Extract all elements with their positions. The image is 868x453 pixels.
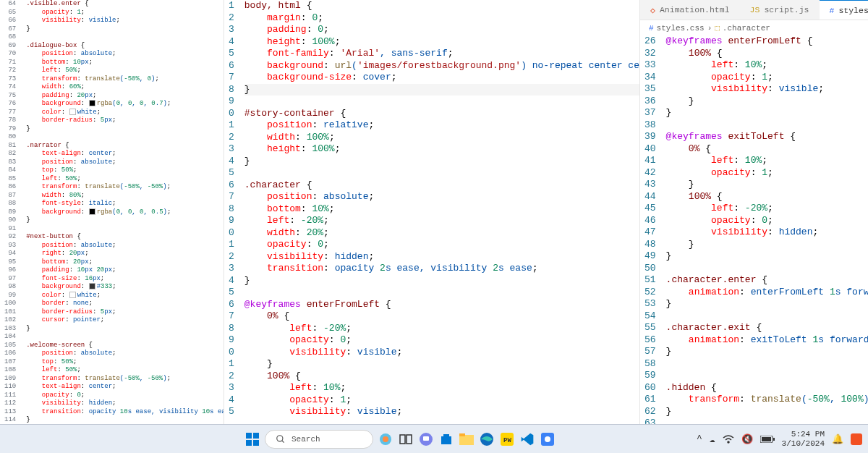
svg-rect-15 xyxy=(459,433,465,436)
svg-rect-23 xyxy=(773,438,775,441)
notifications-icon[interactable]: 🔔 xyxy=(832,433,843,445)
tab-styles-css[interactable]: # styles.css × xyxy=(820,0,869,20)
breadcrumb-symbol: .character xyxy=(723,24,770,33)
svg-point-7 xyxy=(383,436,388,442)
chat-icon[interactable] xyxy=(418,431,434,447)
volume-icon[interactable]: 🔇 xyxy=(741,433,753,445)
tab-label: Animation.html xyxy=(660,5,730,14)
svg-rect-14 xyxy=(459,435,474,445)
editor-pane-right[interactable]: ◇ Animation.html JS script.js # styles.c… xyxy=(640,0,868,424)
edge-icon[interactable] xyxy=(479,431,495,447)
line-gutter: 6465666768697071727374757677787980818283… xyxy=(0,0,26,424)
app-icon[interactable]: PW xyxy=(499,431,515,447)
css-file-icon: # xyxy=(830,6,835,15)
copilot-preview-icon[interactable] xyxy=(851,433,862,445)
taskbar-date: 3/10/2024 xyxy=(782,439,825,449)
app-icon-2[interactable] xyxy=(540,431,556,447)
svg-point-21 xyxy=(728,441,729,443)
tray-chevron-icon[interactable]: ^ xyxy=(697,433,702,444)
battery-icon[interactable] xyxy=(760,436,775,443)
copilot-icon[interactable] xyxy=(378,431,393,447)
css-file-icon: # xyxy=(649,24,654,33)
symbol-icon: ⬚ xyxy=(715,23,720,33)
svg-rect-2 xyxy=(246,440,252,446)
svg-point-20 xyxy=(545,436,550,442)
breadcrumb[interactable]: # styles.css › ⬚ .character xyxy=(640,20,868,35)
task-view-icon[interactable] xyxy=(398,431,414,447)
file-explorer-icon[interactable] xyxy=(459,431,475,447)
onedrive-icon[interactable]: ☁ xyxy=(710,433,715,445)
wifi-icon[interactable] xyxy=(723,435,734,444)
taskbar-search[interactable]: Search xyxy=(265,430,373,449)
taskbar-time: 5:24 PM xyxy=(782,430,825,439)
code-area[interactable]: .visible.enter { opacity: 1; visibility:… xyxy=(26,0,224,424)
svg-rect-11 xyxy=(423,436,429,441)
tab-animation-html[interactable]: ◇ Animation.html xyxy=(640,1,740,20)
svg-rect-25 xyxy=(851,433,862,445)
line-gutter: 12345678901234567890123456789012345 xyxy=(224,0,244,418)
editor-pane-left[interactable]: 6465666768697071727374757677787980818283… xyxy=(0,0,224,424)
editor-pane-middle[interactable]: 12345678901234567890123456789012345 body… xyxy=(224,0,640,424)
tab-script-js[interactable]: JS script.js xyxy=(740,1,820,19)
svg-rect-0 xyxy=(246,433,252,439)
tab-label: styles.css xyxy=(838,6,868,15)
svg-rect-24 xyxy=(762,437,771,441)
svg-point-4 xyxy=(277,435,283,441)
line-gutter: 2632333435363738394041424344454647484950… xyxy=(640,35,666,424)
taskbar-clock[interactable]: 5:24 PM 3/10/2024 xyxy=(782,430,825,448)
chevron-right-icon: › xyxy=(707,24,712,33)
windows-store-icon[interactable] xyxy=(438,431,454,447)
tab-label: script.js xyxy=(764,5,809,14)
code-area[interactable]: @keyframes enterFromLeft { 100% { left: … xyxy=(666,35,868,424)
start-button[interactable] xyxy=(244,431,260,447)
search-icon xyxy=(276,434,286,444)
html-file-icon: ◇ xyxy=(650,5,655,15)
svg-rect-9 xyxy=(407,435,412,444)
svg-rect-1 xyxy=(253,433,259,439)
svg-rect-8 xyxy=(400,435,405,444)
search-placeholder: Search xyxy=(292,435,320,444)
svg-text:PW: PW xyxy=(503,437,511,444)
svg-rect-3 xyxy=(253,440,259,446)
svg-rect-13 xyxy=(443,434,449,436)
code-area[interactable]: body, html { margin: 0; padding: 0; heig… xyxy=(244,0,640,418)
vscode-icon[interactable] xyxy=(519,431,535,447)
svg-rect-12 xyxy=(441,436,451,444)
tab-bar: ◇ Animation.html JS script.js # styles.c… xyxy=(640,0,868,20)
windows-taskbar[interactable]: Search PW ^ ☁ 🔇 5:24 PM 3/10/2024 🔔 xyxy=(0,424,868,453)
editor-split-view: 6465666768697071727374757677787980818283… xyxy=(0,0,868,424)
breadcrumb-file: styles.css xyxy=(657,24,705,33)
js-file-icon: JS xyxy=(750,5,760,14)
svg-line-5 xyxy=(282,440,284,442)
